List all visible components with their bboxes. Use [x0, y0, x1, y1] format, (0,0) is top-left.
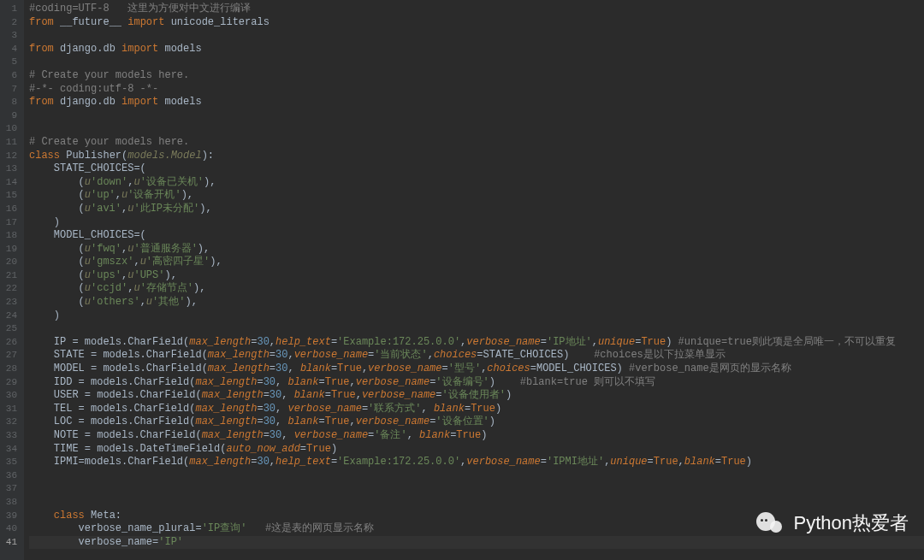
- line-number: 24: [3, 309, 17, 323]
- line-number: 30: [3, 389, 17, 403]
- code-line: (u'down',u'设备已关机'),: [29, 176, 924, 190]
- code-line: class Publisher(models.Model):: [29, 150, 924, 163]
- line-number: 22: [3, 282, 17, 296]
- line-number: 16: [3, 203, 17, 216]
- code-line: [29, 322, 924, 336]
- code-line: STATE_CHOICES=(: [29, 162, 924, 176]
- code-line: (u'others',u'其他'),: [29, 296, 924, 309]
- line-number: 26: [3, 336, 17, 350]
- line-number: 8: [3, 96, 17, 109]
- line-number: 33: [3, 429, 17, 443]
- line-number: 5: [3, 56, 17, 69]
- code-line: # Create your models here.: [29, 69, 924, 83]
- code-line: #coding=UTF-8 这里为方便对中文进行编译: [29, 3, 924, 16]
- line-number: 18: [3, 229, 17, 243]
- watermark: Python热爱者: [756, 510, 909, 536]
- line-number: 21: [3, 269, 17, 283]
- line-number: 9: [3, 109, 17, 123]
- line-number: 40: [3, 522, 17, 536]
- code-area[interactable]: #coding=UTF-8 这里为方便对中文进行编译from __future_…: [24, 0, 924, 560]
- code-line: MODEL = models.CharField(max_length=30, …: [29, 363, 924, 376]
- code-line: [29, 109, 924, 123]
- line-number-gutter: 1234567891011121314151617181920212223242…: [0, 0, 24, 560]
- code-line: STATE = models.CharField(max_length=30,v…: [29, 349, 924, 363]
- code-line: (u'fwq',u'普通服务器'),: [29, 243, 924, 256]
- line-number: 11: [3, 136, 17, 150]
- code-line: (u'ccjd',u'存储节点'),: [29, 282, 924, 296]
- line-number: 20: [3, 256, 17, 269]
- code-line: (u'avi',u'此IP未分配'),: [29, 203, 924, 216]
- line-number: 27: [3, 349, 17, 363]
- code-line: MODEL_CHOICES=(: [29, 229, 924, 243]
- code-line: #-*- coding:utf-8 -*-: [29, 83, 924, 97]
- code-line: [29, 56, 924, 69]
- code-line: from django.db import models: [29, 96, 924, 109]
- code-line: # Create your models here.: [29, 136, 924, 150]
- line-number: 29: [3, 376, 17, 390]
- line-number: 6: [3, 69, 17, 83]
- line-number: 13: [3, 162, 17, 176]
- line-number: 28: [3, 363, 17, 376]
- code-line: LOC = models.CharField(max_length=30, bl…: [29, 416, 924, 429]
- code-line: [29, 496, 924, 510]
- line-number: 3: [3, 29, 17, 43]
- code-line: (u'up',u'设备开机'),: [29, 189, 924, 203]
- line-number: 37: [3, 482, 17, 496]
- line-number: 1: [3, 3, 17, 16]
- code-line: from django.db import models: [29, 43, 924, 56]
- line-number: 17: [3, 216, 17, 230]
- line-number: 15: [3, 189, 17, 203]
- line-number: 14: [3, 176, 17, 190]
- wechat-icon: [756, 510, 785, 536]
- line-number: 38: [3, 496, 17, 510]
- line-number: 32: [3, 416, 17, 429]
- code-line: ): [29, 309, 924, 323]
- line-number: 23: [3, 296, 17, 309]
- code-line: TIME = models.DateTimeField(auto_now_add…: [29, 443, 924, 457]
- line-number: 2: [3, 16, 17, 30]
- line-number: 4: [3, 43, 17, 56]
- line-number: 19: [3, 243, 17, 256]
- code-line: IPMI=models.CharField(max_length=30,help…: [29, 456, 924, 469]
- code-line: verbose_name='IP': [29, 536, 924, 550]
- code-line: IDD = models.CharField(max_length=30, bl…: [29, 376, 924, 390]
- line-number: 34: [3, 443, 17, 457]
- code-line: USER = models.CharField(max_length=30, b…: [29, 389, 924, 403]
- code-line: TEL = models.CharField(max_length=30, ve…: [29, 403, 924, 416]
- line-number: 39: [3, 510, 17, 523]
- code-line: NOTE = models.CharField(max_length=30, v…: [29, 429, 924, 443]
- code-line: from __future__ import unicode_literals: [29, 16, 924, 30]
- line-number: 10: [3, 122, 17, 136]
- code-line: [29, 122, 924, 136]
- code-editor: 1234567891011121314151617181920212223242…: [0, 0, 924, 560]
- code-line: [29, 469, 924, 483]
- line-number: 25: [3, 322, 17, 336]
- line-number: 35: [3, 456, 17, 469]
- line-number: 31: [3, 403, 17, 416]
- line-number: 7: [3, 83, 17, 97]
- code-line: [29, 29, 924, 43]
- code-line: IP = models.CharField(max_length=30,help…: [29, 336, 924, 350]
- code-line: ): [29, 216, 924, 230]
- code-line: (u'gmszx',u'高密四子星'),: [29, 256, 924, 269]
- watermark-text: Python热爱者: [794, 510, 909, 536]
- code-line: [29, 482, 924, 496]
- line-number: 12: [3, 150, 17, 163]
- line-number: 41: [3, 536, 17, 550]
- line-number: 36: [3, 469, 17, 483]
- code-line: (u'ups',u'UPS'),: [29, 269, 924, 283]
